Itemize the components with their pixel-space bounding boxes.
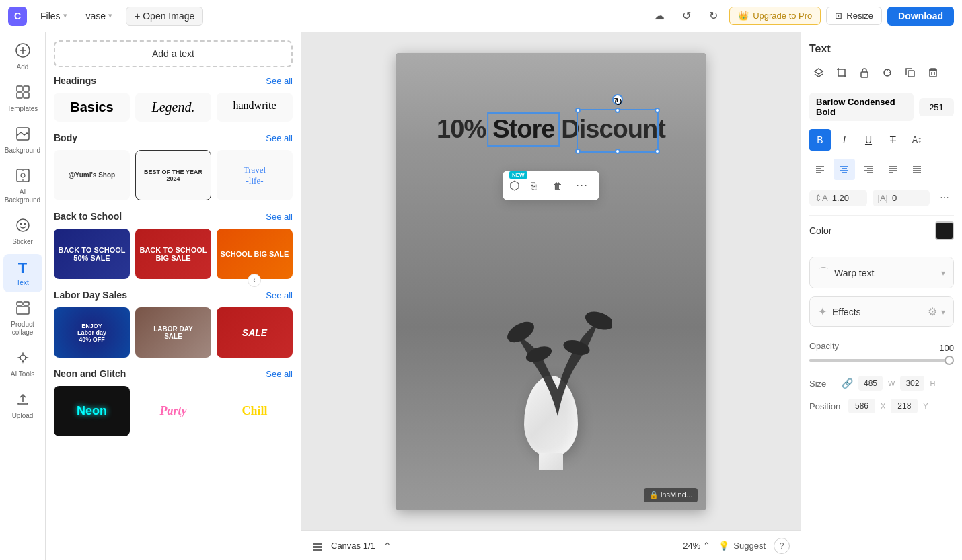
open-image-button[interactable]: + Open Image: [126, 7, 203, 26]
neon-see-all[interactable]: See all: [266, 369, 293, 379]
sidebar-item-text[interactable]: T Text: [3, 254, 42, 292]
size-label: Size: [809, 378, 836, 389]
letter-spacing-value: 0: [892, 193, 897, 203]
bts-card-1[interactable]: BACK TO SCHOOL50% SALE: [54, 229, 130, 279]
ai-expand-button[interactable]: NEW ⬡: [509, 178, 520, 193]
sidebar-item-ai-tools[interactable]: AI Tools: [3, 345, 42, 384]
position-y-input[interactable]: 218: [891, 399, 918, 413]
neon-card-3[interactable]: Chill: [217, 386, 293, 436]
sidebar-item-add[interactable]: Add: [3, 38, 42, 77]
color-pick-icon[interactable]: [878, 63, 897, 82]
heading-handwrite[interactable]: handwrite: [217, 93, 293, 122]
warp-text-header[interactable]: ⌒ Warp text ▾: [810, 257, 953, 288]
sidebar-item-label-upload: Upload: [12, 412, 34, 420]
size-height-input[interactable]: 302: [900, 376, 924, 391]
add-text-button[interactable]: Add a text: [54, 40, 293, 67]
zoom-control[interactable]: 24% ⌃: [683, 541, 710, 551]
align-right-button[interactable]: [858, 159, 879, 180]
back-to-school-title: Back to School: [54, 211, 122, 222]
neon-card-1[interactable]: Neon: [54, 386, 130, 436]
text-store[interactable]: Store: [488, 114, 558, 145]
svg-point-14: [24, 223, 25, 225]
canvas-bottom-bar: Canvas 1/1 ⌃ 24% ⌃ 💡 Suggest ?: [301, 530, 801, 560]
align-left-button[interactable]: [809, 159, 831, 180]
body-card-best[interactable]: BEST OF THE YEAR 2024: [135, 150, 211, 200]
layers-button[interactable]: [312, 541, 323, 551]
bts-card-2[interactable]: BACK TO SCHOOLBIG SALE: [135, 229, 211, 279]
sidebar-item-label-product-collage: Product collage: [7, 321, 38, 337]
position-x-input[interactable]: 586: [848, 399, 875, 413]
color-swatch[interactable]: [935, 221, 954, 240]
sidebar-item-upload[interactable]: Upload: [3, 387, 42, 426]
font-size-input[interactable]: 251: [919, 98, 954, 116]
undo-button[interactable]: ↺: [675, 5, 697, 27]
files-menu[interactable]: Files ▾: [35, 8, 73, 24]
suggest-button[interactable]: 💡 Suggest: [718, 541, 766, 551]
opacity-slider[interactable]: [809, 359, 954, 362]
heading-basics[interactable]: Basics: [54, 93, 130, 122]
transform-button[interactable]: A↕: [906, 129, 928, 151]
resize-button[interactable]: ⊡ Resize: [826, 7, 882, 25]
duplicate-icon[interactable]: [901, 63, 920, 82]
canvas-text-overlay: 10% Store Discount: [437, 114, 665, 145]
new-badge: NEW: [509, 171, 527, 179]
canvas-expand-icon[interactable]: ⌃: [383, 541, 392, 551]
context-menu: NEW ⬡ ⎘ 🗑 ···: [503, 171, 599, 200]
effects-header[interactable]: ✦ Effects ⚙ ▾: [810, 297, 953, 326]
labor-day-see-all[interactable]: See all: [266, 290, 293, 301]
project-name[interactable]: vase ▾: [81, 8, 118, 24]
delete-button[interactable]: 🗑: [547, 175, 568, 196]
more-options-button[interactable]: ···: [571, 175, 593, 196]
upgrade-button[interactable]: 👑 Upgrade to Pro: [729, 7, 821, 25]
body-card-yumi[interactable]: @Yumi's Shop: [54, 150, 130, 200]
back-to-school-see-all[interactable]: See all: [266, 212, 293, 222]
neon-card-2[interactable]: Party: [135, 386, 211, 436]
align-center-button[interactable]: [834, 159, 855, 180]
size-row: Size 🔗 485 W 302 H: [809, 376, 954, 391]
headings-see-all[interactable]: See all: [266, 76, 293, 86]
bold-button[interactable]: B: [809, 129, 831, 151]
italic-button[interactable]: I: [834, 129, 855, 151]
labor-card-3[interactable]: SALE: [217, 307, 293, 358]
delete-icon[interactable]: [924, 63, 942, 82]
labor-card-2[interactable]: LABOR DAYSALE: [135, 307, 211, 358]
app-logo[interactable]: C: [8, 7, 27, 26]
align-justify-left-button[interactable]: [882, 159, 903, 180]
spacing-row: ⇕A 1.20 |A| 0 ···: [809, 188, 954, 207]
body-card-travel[interactable]: Travel-life-: [217, 150, 293, 200]
underline-button[interactable]: U: [858, 129, 879, 151]
sidebar-item-sticker[interactable]: Sticker: [3, 212, 42, 251]
crop-icon[interactable]: [832, 63, 851, 82]
sidebar-item-background[interactable]: Background: [3, 121, 42, 160]
canvas-frame[interactable]: 10% Store Discount ↻ NEW: [396, 53, 706, 510]
align-justify-button[interactable]: [906, 159, 928, 180]
download-button[interactable]: Download: [887, 7, 954, 26]
layers-panel-icon[interactable]: [809, 63, 828, 82]
warp-text-section: ⌒ Warp text ▾: [809, 257, 954, 288]
svg-rect-16: [24, 302, 29, 305]
letter-spacing-icon: |A|: [878, 193, 888, 203]
zoom-chevron: ⌃: [703, 541, 710, 551]
labor-card-1[interactable]: ENJOYLabor day40% OFF: [54, 307, 130, 358]
sidebar-item-ai-background[interactable]: AI Background: [3, 163, 42, 210]
size-width-input[interactable]: 485: [858, 376, 883, 391]
font-name-selector[interactable]: Barlow Condensed Bold: [809, 93, 914, 121]
lock-icon[interactable]: [855, 63, 874, 82]
body-see-all[interactable]: See all: [266, 133, 293, 143]
help-button[interactable]: ?: [774, 538, 790, 554]
spacing-more-button[interactable]: ···: [935, 188, 954, 207]
ai-tools-icon: [15, 350, 30, 368]
body-section: Body See all @Yumi's Shop BEST OF THE YE…: [46, 132, 301, 211]
heading-legend[interactable]: Legend.: [135, 93, 211, 122]
strikethrough-button[interactable]: T̶: [882, 129, 903, 151]
size-link-icon[interactable]: 🔗: [842, 378, 853, 389]
sidebar-item-templates[interactable]: Templates: [3, 79, 42, 118]
bts-card-3[interactable]: SCHOOL BIG SALE: [217, 229, 293, 279]
letter-spacing[interactable]: |A| 0: [873, 190, 930, 206]
sidebar-item-product-collage[interactable]: Product collage: [3, 295, 42, 342]
cloud-save-icon[interactable]: ☁: [649, 5, 670, 27]
collapse-panel-button[interactable]: ‹: [248, 274, 261, 287]
line-spacing[interactable]: ⇕A 1.20: [809, 190, 867, 206]
redo-button[interactable]: ↻: [702, 5, 724, 27]
effects-settings-icon[interactable]: ⚙: [928, 305, 937, 318]
